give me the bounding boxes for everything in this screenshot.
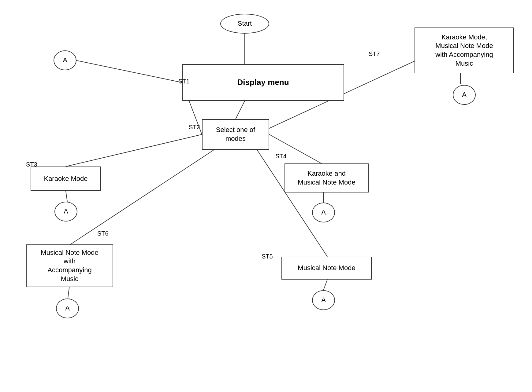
svg-line-2 xyxy=(236,101,245,119)
a-top-left-node: A xyxy=(54,50,76,70)
svg-line-4 xyxy=(66,191,67,202)
display-menu-label: Display menu xyxy=(235,76,291,89)
a-musical-note-node: A xyxy=(312,290,335,310)
karaoke-mode-right-node: Karaoke Mode,Musical Note Modewith Accom… xyxy=(415,27,514,73)
start-node: Start xyxy=(220,14,269,34)
svg-line-10 xyxy=(68,286,69,298)
st1-label: ST1 xyxy=(178,78,190,85)
a-musical-note-label: A xyxy=(319,295,328,306)
a-karaoke-musical-label: A xyxy=(319,207,328,218)
diagram-container: Start A Display menu Select one ofmodes … xyxy=(0,0,532,392)
select-modes-label: Select one ofmodes xyxy=(214,124,258,144)
musical-note-mode-label: Musical Note Mode xyxy=(295,262,358,274)
karaoke-musical-label: Karaoke andMusical Note Mode xyxy=(295,168,358,188)
st4-label: ST4 xyxy=(275,153,287,160)
st2-label: ST2 xyxy=(189,124,200,131)
musical-note-mode-node: Musical Note Mode xyxy=(281,257,372,280)
karaoke-mode-right-label: Karaoke Mode,Musical Note Modewith Accom… xyxy=(433,32,495,69)
karaoke-musical-node: Karaoke andMusical Note Mode xyxy=(285,163,369,192)
svg-line-8 xyxy=(323,280,327,290)
a-top-left-label: A xyxy=(60,55,70,66)
svg-line-5 xyxy=(269,134,324,165)
a-musical-accompanying-node: A xyxy=(56,299,79,318)
st7-label: ST7 xyxy=(369,50,380,57)
a-karaoke-musical-node: A xyxy=(312,203,335,222)
select-modes-node: Select one ofmodes xyxy=(202,119,269,150)
st6-label: ST6 xyxy=(97,230,109,237)
svg-line-9 xyxy=(70,150,214,244)
a-karaoke-node: A xyxy=(54,202,77,222)
a-karaoke-label: A xyxy=(61,206,71,217)
start-label: Start xyxy=(235,18,254,29)
display-menu-node: Display menu xyxy=(182,64,344,101)
a-karaoke-right-label: A xyxy=(459,89,469,101)
st5-label: ST5 xyxy=(262,253,273,260)
svg-line-1 xyxy=(76,60,182,82)
karaoke-mode-node: Karaoke Mode xyxy=(31,167,101,191)
karaoke-mode-label: Karaoke Mode xyxy=(41,173,90,185)
svg-line-3 xyxy=(66,134,202,167)
a-musical-accompanying-label: A xyxy=(63,303,72,314)
a-karaoke-right-node: A xyxy=(453,85,476,105)
musical-note-accompanying-label: Musical Note ModewithAccompanyingMusic xyxy=(38,247,101,284)
musical-note-accompanying-node: Musical Note ModewithAccompanyingMusic xyxy=(26,244,113,287)
st3-label: ST3 xyxy=(26,161,37,168)
